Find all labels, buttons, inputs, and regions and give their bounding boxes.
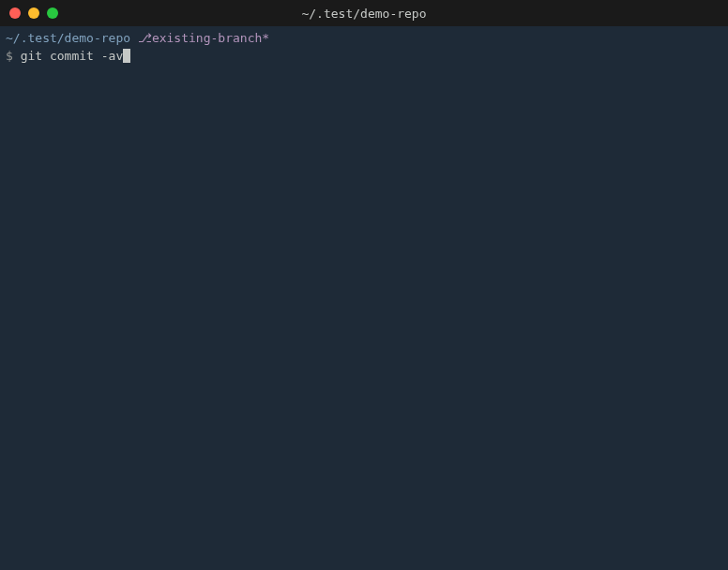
- prompt-cwd: ~/.test/demo-repo: [6, 31, 130, 45]
- cursor-icon: [123, 49, 130, 63]
- prompt-branch: existing-branch*: [152, 31, 269, 45]
- minimize-icon[interactable]: [28, 8, 39, 19]
- prompt-symbol: $: [6, 48, 13, 65]
- traffic-lights: [9, 8, 58, 19]
- window-titlebar: ~/.test/demo-repo: [0, 0, 728, 26]
- zoom-icon[interactable]: [47, 8, 58, 19]
- window-title: ~/.test/demo-repo: [301, 7, 426, 21]
- prompt-context-line: ~/.test/demo-repo ⎇existing-branch*: [6, 30, 722, 47]
- prompt-input-line[interactable]: $ git commit -av: [6, 48, 722, 65]
- branch-icon: ⎇: [138, 31, 152, 45]
- terminal-body[interactable]: ~/.test/demo-repo ⎇existing-branch* $ gi…: [0, 26, 728, 68]
- command-input[interactable]: git commit -av: [13, 48, 123, 65]
- command-text: git commit -av: [21, 49, 124, 63]
- close-icon[interactable]: [9, 8, 21, 19]
